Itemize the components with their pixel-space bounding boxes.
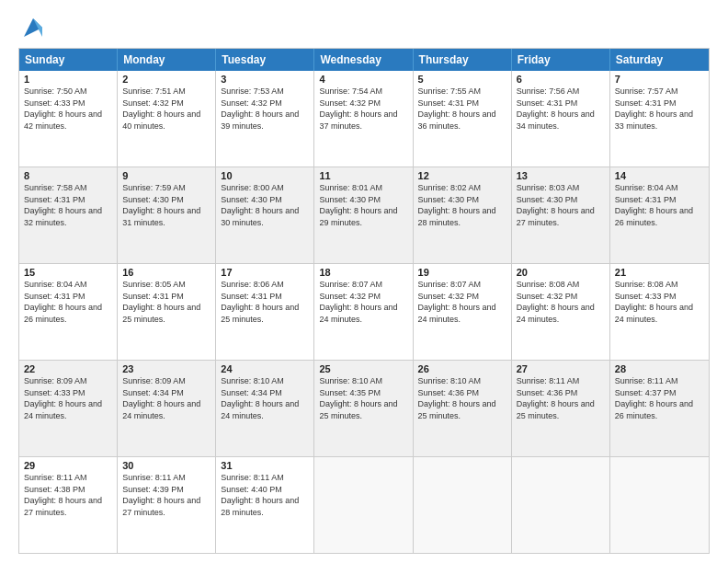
calendar-row: 8Sunrise: 7:58 AM Sunset: 4:31 PM Daylig…: [19, 167, 709, 263]
table-row: 25Sunrise: 8:10 AM Sunset: 4:35 PM Dayli…: [314, 361, 413, 456]
cell-info: Sunrise: 8:06 AM Sunset: 4:31 PM Dayligh…: [221, 280, 299, 324]
table-row: 27Sunrise: 8:11 AM Sunset: 4:36 PM Dayli…: [512, 361, 610, 456]
table-row: [414, 457, 512, 553]
table-row: [610, 457, 709, 553]
day-number: 12: [418, 170, 506, 181]
day-number: 17: [221, 267, 309, 278]
table-row: 1Sunrise: 7:50 AM Sunset: 4:33 PM Daylig…: [19, 71, 118, 167]
table-row: 23Sunrise: 8:09 AM Sunset: 4:34 PM Dayli…: [118, 361, 216, 456]
cell-info: Sunrise: 7:56 AM Sunset: 4:31 PM Dayligh…: [517, 86, 595, 131]
header-day-friday: Friday: [512, 49, 610, 71]
cell-info: Sunrise: 8:11 AM Sunset: 4:36 PM Dayligh…: [517, 376, 595, 420]
day-number: 15: [24, 267, 112, 278]
calendar: SundayMondayTuesdayWednesdayThursdayFrid…: [18, 48, 710, 554]
table-row: [512, 457, 610, 553]
table-row: 21Sunrise: 8:08 AM Sunset: 4:33 PM Dayli…: [610, 264, 709, 360]
table-row: 13Sunrise: 8:03 AM Sunset: 4:30 PM Dayli…: [512, 167, 610, 263]
table-row: 30Sunrise: 8:11 AM Sunset: 4:39 PM Dayli…: [118, 457, 216, 553]
header-day-tuesday: Tuesday: [216, 49, 314, 71]
cell-info: Sunrise: 8:10 AM Sunset: 4:36 PM Dayligh…: [418, 376, 496, 420]
header-day-thursday: Thursday: [414, 49, 512, 71]
day-number: 23: [122, 363, 210, 374]
day-number: 1: [24, 74, 112, 85]
calendar-row: 15Sunrise: 8:04 AM Sunset: 4:31 PM Dayli…: [19, 263, 709, 360]
cell-info: Sunrise: 8:09 AM Sunset: 4:33 PM Dayligh…: [24, 376, 102, 420]
table-row: 22Sunrise: 8:09 AM Sunset: 4:33 PM Dayli…: [19, 361, 118, 456]
cell-info: Sunrise: 8:08 AM Sunset: 4:32 PM Dayligh…: [517, 280, 595, 324]
table-row: 18Sunrise: 8:07 AM Sunset: 4:32 PM Dayli…: [314, 264, 413, 360]
table-row: 15Sunrise: 8:04 AM Sunset: 4:31 PM Dayli…: [19, 264, 118, 360]
table-row: 7Sunrise: 7:57 AM Sunset: 4:31 PM Daylig…: [610, 71, 709, 167]
table-row: 3Sunrise: 7:53 AM Sunset: 4:32 PM Daylig…: [216, 71, 314, 167]
table-row: 28Sunrise: 8:11 AM Sunset: 4:37 PM Dayli…: [610, 361, 709, 456]
day-number: 16: [122, 267, 210, 278]
header-day-monday: Monday: [118, 49, 216, 71]
cell-info: Sunrise: 8:02 AM Sunset: 4:30 PM Dayligh…: [418, 183, 496, 227]
day-number: 31: [221, 460, 309, 471]
day-number: 30: [122, 460, 210, 471]
header-day-saturday: Saturday: [610, 49, 709, 71]
cell-info: Sunrise: 7:58 AM Sunset: 4:31 PM Dayligh…: [24, 183, 102, 227]
day-number: 7: [615, 74, 704, 85]
cell-info: Sunrise: 8:00 AM Sunset: 4:30 PM Dayligh…: [221, 183, 299, 227]
header-day-wednesday: Wednesday: [314, 49, 413, 71]
day-number: 22: [24, 363, 112, 374]
cell-info: Sunrise: 7:50 AM Sunset: 4:33 PM Dayligh…: [24, 86, 102, 131]
day-number: 27: [517, 363, 605, 374]
cell-info: Sunrise: 8:01 AM Sunset: 4:30 PM Dayligh…: [319, 183, 397, 227]
table-row: 20Sunrise: 8:08 AM Sunset: 4:32 PM Dayli…: [512, 264, 610, 360]
day-number: 10: [221, 170, 309, 181]
cell-info: Sunrise: 8:10 AM Sunset: 4:35 PM Dayligh…: [319, 376, 397, 420]
calendar-body: 1Sunrise: 7:50 AM Sunset: 4:33 PM Daylig…: [19, 71, 709, 553]
day-number: 6: [517, 74, 605, 85]
page: SundayMondayTuesdayWednesdayThursdayFrid…: [0, 0, 728, 563]
cell-info: Sunrise: 8:11 AM Sunset: 4:38 PM Dayligh…: [24, 473, 102, 517]
table-row: 31Sunrise: 8:11 AM Sunset: 4:40 PM Dayli…: [216, 457, 314, 553]
day-number: 8: [24, 170, 112, 181]
table-row: 12Sunrise: 8:02 AM Sunset: 4:30 PM Dayli…: [414, 167, 512, 263]
cell-info: Sunrise: 8:09 AM Sunset: 4:34 PM Dayligh…: [122, 376, 200, 420]
table-row: 2Sunrise: 7:51 AM Sunset: 4:32 PM Daylig…: [118, 71, 216, 167]
table-row: 10Sunrise: 8:00 AM Sunset: 4:30 PM Dayli…: [216, 167, 314, 263]
day-number: 14: [615, 170, 704, 181]
cell-info: Sunrise: 8:11 AM Sunset: 4:39 PM Dayligh…: [122, 473, 200, 517]
cell-info: Sunrise: 8:10 AM Sunset: 4:34 PM Dayligh…: [221, 376, 299, 420]
day-number: 2: [122, 74, 210, 85]
cell-info: Sunrise: 8:11 AM Sunset: 4:40 PM Dayligh…: [221, 473, 299, 517]
day-number: 25: [319, 363, 407, 374]
header: [18, 15, 710, 40]
calendar-row: 22Sunrise: 8:09 AM Sunset: 4:33 PM Dayli…: [19, 360, 709, 456]
table-row: [314, 457, 413, 553]
day-number: 26: [418, 363, 506, 374]
calendar-header: SundayMondayTuesdayWednesdayThursdayFrid…: [19, 49, 709, 71]
cell-info: Sunrise: 8:08 AM Sunset: 4:33 PM Dayligh…: [615, 280, 693, 324]
table-row: 8Sunrise: 7:58 AM Sunset: 4:31 PM Daylig…: [19, 167, 118, 263]
day-number: 19: [418, 267, 506, 278]
cell-info: Sunrise: 7:51 AM Sunset: 4:32 PM Dayligh…: [122, 86, 200, 131]
table-row: 11Sunrise: 8:01 AM Sunset: 4:30 PM Dayli…: [314, 167, 413, 263]
table-row: 14Sunrise: 8:04 AM Sunset: 4:31 PM Dayli…: [610, 167, 709, 263]
logo: [18, 15, 46, 40]
day-number: 29: [24, 460, 112, 471]
cell-info: Sunrise: 8:07 AM Sunset: 4:32 PM Dayligh…: [418, 280, 496, 324]
day-number: 21: [615, 267, 704, 278]
cell-info: Sunrise: 7:54 AM Sunset: 4:32 PM Dayligh…: [319, 86, 397, 131]
day-number: 9: [122, 170, 210, 181]
cell-info: Sunrise: 8:05 AM Sunset: 4:31 PM Dayligh…: [122, 280, 200, 324]
table-row: 26Sunrise: 8:10 AM Sunset: 4:36 PM Dayli…: [414, 361, 512, 456]
calendar-row: 29Sunrise: 8:11 AM Sunset: 4:38 PM Dayli…: [19, 456, 709, 553]
day-number: 5: [418, 74, 506, 85]
day-number: 20: [517, 267, 605, 278]
day-number: 24: [221, 363, 309, 374]
table-row: 24Sunrise: 8:10 AM Sunset: 4:34 PM Dayli…: [216, 361, 314, 456]
cell-info: Sunrise: 7:53 AM Sunset: 4:32 PM Dayligh…: [221, 86, 299, 131]
table-row: 29Sunrise: 8:11 AM Sunset: 4:38 PM Dayli…: [19, 457, 118, 553]
day-number: 13: [517, 170, 605, 181]
table-row: 16Sunrise: 8:05 AM Sunset: 4:31 PM Dayli…: [118, 264, 216, 360]
logo-icon: [20, 15, 46, 40]
day-number: 11: [319, 170, 407, 181]
header-day-sunday: Sunday: [19, 49, 118, 71]
cell-info: Sunrise: 7:55 AM Sunset: 4:31 PM Dayligh…: [418, 86, 496, 131]
cell-info: Sunrise: 8:04 AM Sunset: 4:31 PM Dayligh…: [615, 183, 693, 227]
day-number: 4: [319, 74, 407, 85]
